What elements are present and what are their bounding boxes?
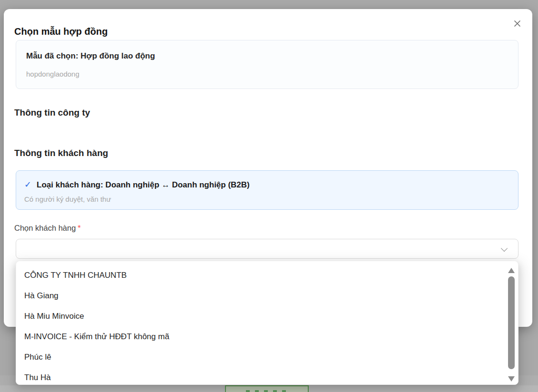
company-section-heading: Thông tin công ty xyxy=(14,107,90,118)
dropdown-option[interactable]: CÔNG TY TNHH CHAUNTB xyxy=(16,265,518,285)
scroll-up-arrow-icon[interactable] xyxy=(508,268,515,273)
modal-title: Chọn mẫu hợp đồng xyxy=(14,26,108,37)
customer-select-label: Chọn khách hàng xyxy=(14,224,76,232)
dropdown-option[interactable]: Phúc lê xyxy=(16,347,518,367)
close-icon xyxy=(514,20,521,27)
customer-type-label: Loại khách hàng: Doanh nghiệp ↔ Doanh ng… xyxy=(37,180,250,190)
selected-template-label: Mẫu đã chọn: Hợp đồng lao động xyxy=(26,51,155,61)
selected-template-code: hopdonglaodong xyxy=(26,70,79,78)
scroll-down-arrow-icon[interactable] xyxy=(508,376,515,382)
check-icon: ✓ xyxy=(24,179,31,190)
dropdown-option[interactable]: M-INVOICE - Kiểm thử HĐĐT không mã xyxy=(16,326,518,347)
customer-dropdown: CÔNG TY TNHH CHAUNTB Hà Giang Hà Miu Min… xyxy=(16,261,518,385)
chevron-down-icon xyxy=(501,245,508,252)
dropdown-option[interactable]: Hà Miu Minvoice xyxy=(16,306,518,326)
customer-section-heading: Thông tin khách hàng xyxy=(14,147,108,158)
customer-type-info-box: ✓ Loại khách hàng: Doanh nghiệp ↔ Doanh … xyxy=(16,170,518,210)
close-button[interactable] xyxy=(511,18,523,29)
dropdown-option[interactable]: Thu Hà xyxy=(16,367,518,385)
scrollbar-thumb[interactable] xyxy=(508,276,515,369)
customer-select-label-row: Chọn khách hàng* xyxy=(14,223,81,233)
dropdown-option[interactable]: Hà Giang xyxy=(16,285,518,306)
dropdown-scrollbar xyxy=(508,268,515,382)
customer-type-row: ✓ Loại khách hàng: Doanh nghiệp ↔ Doanh … xyxy=(24,179,250,190)
customer-type-note: Có người ký duyệt, văn thư xyxy=(24,195,111,204)
customer-select[interactable] xyxy=(16,239,518,259)
required-asterisk: * xyxy=(78,224,80,232)
selected-template-box: Mẫu đã chọn: Hợp đồng lao động hopdongla… xyxy=(16,40,518,89)
